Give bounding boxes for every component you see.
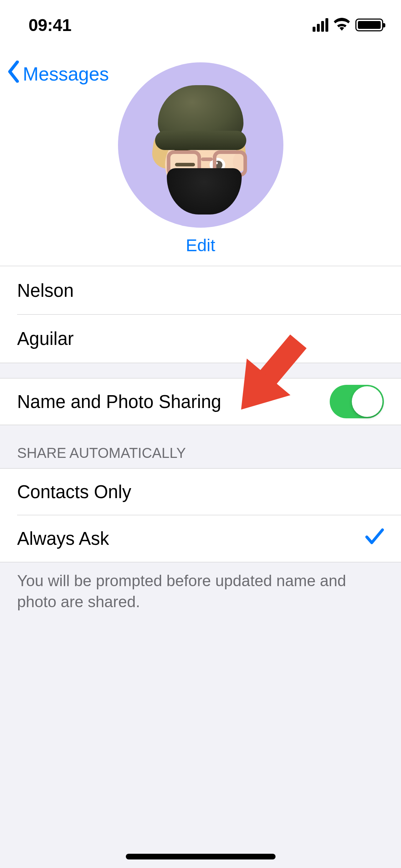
last-name-field[interactable]: Aguilar — [0, 315, 401, 363]
back-label: Messages — [23, 63, 109, 85]
share-option-label: Contacts Only — [17, 481, 131, 502]
chevron-left-icon — [7, 61, 21, 87]
first-name-value: Nelson — [17, 280, 74, 301]
back-button[interactable]: Messages — [7, 61, 109, 87]
name-photo-sharing-row[interactable]: Name and Photo Sharing — [0, 378, 401, 425]
wifi-icon — [333, 18, 350, 32]
checkmark-icon — [365, 528, 384, 550]
battery-icon — [355, 19, 383, 31]
last-name-value: Aguilar — [17, 328, 74, 349]
edit-avatar-button[interactable]: Edit — [186, 236, 215, 255]
share-automatically-footer: You will be prompted before updated name… — [0, 562, 401, 613]
memoji-icon — [133, 77, 268, 213]
status-indicators — [313, 18, 383, 32]
avatar[interactable] — [118, 62, 283, 228]
name-photo-sharing-toggle[interactable] — [330, 385, 384, 418]
home-indicator — [126, 854, 276, 859]
status-time: 09:41 — [29, 15, 71, 35]
status-bar: 09:41 — [0, 0, 401, 50]
share-option-label: Always Ask — [17, 528, 109, 549]
share-automatically-header: SHARE AUTOMATICALLY — [0, 425, 401, 468]
toggle-knob — [352, 386, 382, 417]
name-section: Nelson Aguilar — [0, 266, 401, 363]
cellular-signal-icon — [313, 18, 328, 32]
profile-header: Messages Edit — [0, 50, 401, 266]
name-photo-sharing-label: Name and Photo Sharing — [17, 391, 221, 412]
share-option-contacts-only[interactable]: Contacts Only — [0, 468, 401, 515]
share-automatically-section: Contacts Only Always Ask — [0, 468, 401, 562]
sharing-section: Name and Photo Sharing — [0, 378, 401, 425]
share-option-always-ask[interactable]: Always Ask — [0, 515, 401, 562]
first-name-field[interactable]: Nelson — [0, 266, 401, 315]
